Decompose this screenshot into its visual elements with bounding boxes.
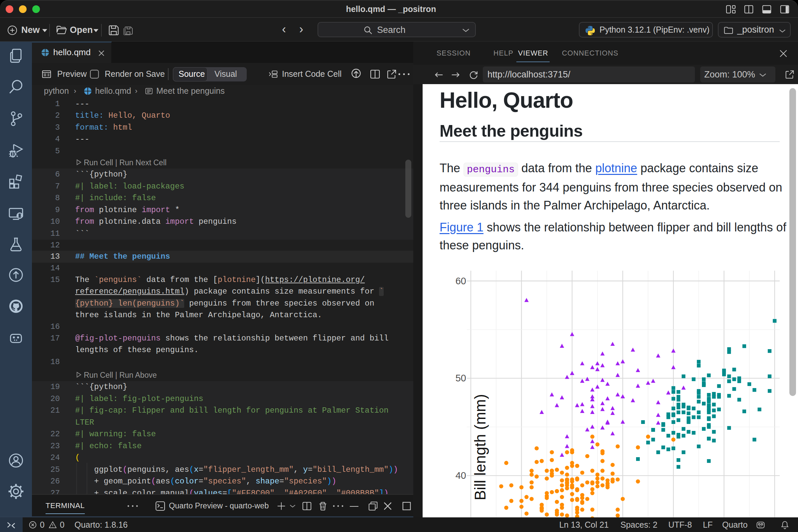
svg-text:Bill length (mm): Bill length (mm): [472, 394, 489, 500]
svg-text:40: 40: [456, 470, 466, 481]
svg-text:60: 60: [456, 276, 466, 286]
svg-text:50: 50: [456, 373, 466, 383]
